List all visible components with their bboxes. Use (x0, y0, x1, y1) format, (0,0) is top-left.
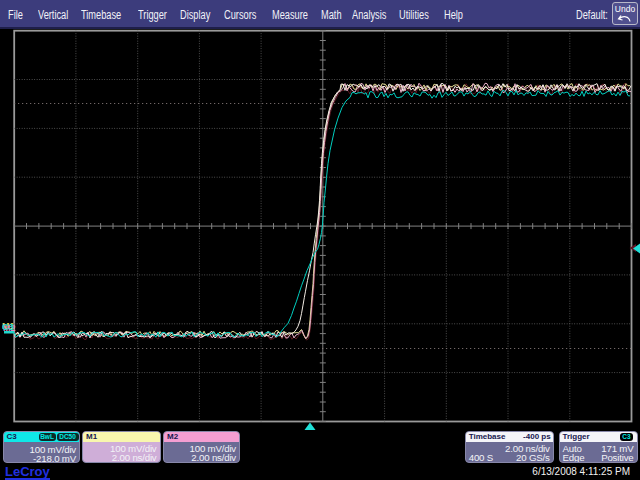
svg-text:C3: C3 (2, 322, 14, 332)
